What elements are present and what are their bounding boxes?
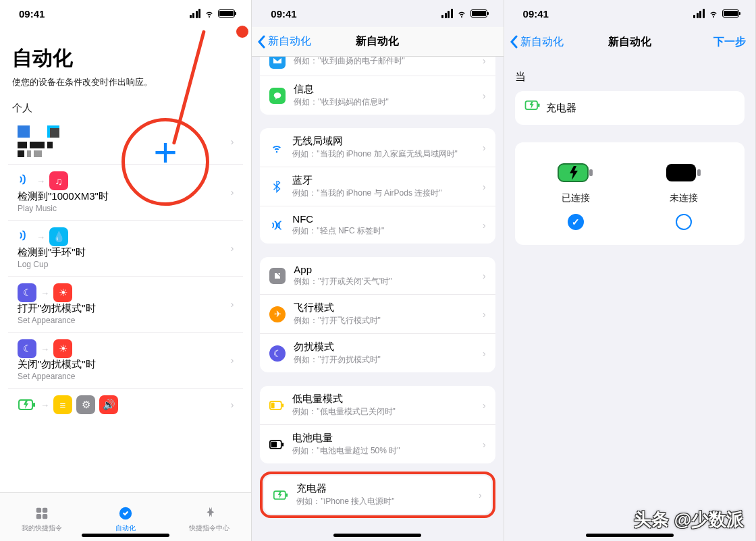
nav-title: 新自动化 <box>356 34 399 49</box>
wifi-icon <box>708 8 719 19</box>
chevron-icon: › <box>231 299 234 310</box>
home-indicator <box>333 534 421 537</box>
battery-level-icon <box>269 437 284 452</box>
row-title: 低电量模式 <box>292 393 485 405</box>
svg-rect-3 <box>43 507 47 512</box>
trigger-row-message[interactable]: 信息例如："收到妈妈的信息时" › <box>260 76 495 115</box>
svg-rect-15 <box>286 493 288 496</box>
svg-rect-5 <box>43 513 47 518</box>
trigger-row-nfc[interactable]: NFC例如："轻点 NFC 标签时" › <box>260 206 495 244</box>
when-label: 当 <box>515 70 745 84</box>
trigger-row-bluetooth[interactable]: 蓝牙例如："当我的 iPhone 与 AirPods 连接时" › <box>260 167 495 206</box>
svg-rect-20 <box>666 164 696 181</box>
trigger-row-batterylevel[interactable]: 电池电量例如："电池电量超过 50% 时" › <box>260 424 495 463</box>
trigger-row-airplane[interactable]: ✈ 飞行模式例如："打开飞行模式时" › <box>260 294 495 333</box>
radio-unchecked[interactable] <box>676 214 692 230</box>
svg-rect-19 <box>589 169 593 176</box>
row-sub: 例如："打开或关闭'天气'时" <box>294 276 485 287</box>
option-label: 未连接 <box>670 192 698 204</box>
row-title: 电池电量 <box>292 432 485 445</box>
dnd-icon: ☾ <box>269 345 286 362</box>
music-icon: ♫ <box>49 171 68 190</box>
phone-automation-list: 09:41 自动化 使您的设备在条件改变时作出响应。 个人 + › <box>0 0 252 541</box>
nav-bar: 新自动化 新自动化 下一步 <box>504 27 755 57</box>
automation-item[interactable]: ☾ → ☀ 关闭"勿扰模式"时 Set Appearance › <box>8 332 243 388</box>
row-sub: 例如："电池电量超过 50% 时" <box>292 445 485 457</box>
radio-checked[interactable] <box>568 214 584 230</box>
trigger-row-mail[interactable]: 例如："收到曲扬的电子邮件时" › <box>260 57 495 76</box>
arrow-icon: → <box>36 176 45 186</box>
phone-charger-config: 09:41 新自动化 新自动化 下一步 当 充电器 <box>504 0 756 541</box>
tab-bar: 我的快捷指令 自动化 快捷指令中心 <box>0 492 251 541</box>
item-sub: Set Appearance <box>18 316 234 325</box>
status-time: 09:41 <box>19 8 45 20</box>
appearance-icon: ☀ <box>53 339 72 358</box>
item-title: 关闭"勿扰模式"时 <box>18 358 234 371</box>
row-sub: 例如："当我的 iPhone 与 AirPods 连接时" <box>292 188 485 199</box>
row-title: 飞行模式 <box>294 302 485 314</box>
chevron-icon: › <box>231 243 234 254</box>
next-button[interactable]: 下一步 <box>713 35 746 49</box>
card-label: 充电器 <box>546 102 576 115</box>
row-sub: 例如："低电量模式已关闭时" <box>292 406 485 418</box>
arrow-icon: → <box>40 344 49 354</box>
chevron-icon: › <box>483 348 486 359</box>
chevron-icon: › <box>231 399 234 410</box>
svg-point-7 <box>274 92 281 98</box>
row-sub: 例如："当我的 iPhone 加入家庭无线局域网时" <box>292 148 485 160</box>
svg-rect-9 <box>282 403 284 407</box>
svg-rect-1 <box>33 403 35 407</box>
annotation-circle <box>122 118 209 206</box>
nfc-icon <box>269 218 284 233</box>
row-sub: 例如："轻点 NFC 标签时" <box>292 225 485 237</box>
option-connected[interactable]: 已连接 <box>522 163 630 230</box>
appearance-icon: ☀ <box>53 283 72 302</box>
tab-label: 快捷指令中心 <box>189 523 230 533</box>
trigger-row-charger[interactable]: 充电器例如："iPhone 接入电源时" › <box>264 476 491 514</box>
wifi-icon <box>204 8 215 19</box>
row-title: 蓝牙 <box>292 174 485 187</box>
automation-item[interactable]: → 💧 检测到"手环"时 Log Cup › <box>8 220 243 276</box>
trigger-card: 充电器 <box>515 91 745 125</box>
wifi-icon <box>269 140 284 155</box>
svg-rect-2 <box>36 507 41 512</box>
lowpower-icon <box>269 398 284 413</box>
arrow-icon: → <box>36 232 45 242</box>
arrow-icon: → <box>40 400 49 410</box>
shortcuts-icon <box>33 505 51 522</box>
item-title: 打开"勿扰模式"时 <box>18 302 234 315</box>
tab-label: 自动化 <box>115 523 136 533</box>
trigger-row-app[interactable]: App例如："打开或关闭'天气'时" › <box>260 257 495 294</box>
chevron-icon: › <box>483 220 486 231</box>
row-sub: 例如："打开飞行模式时" <box>294 315 485 326</box>
gallery-icon <box>200 505 218 522</box>
app-icon <box>269 268 286 284</box>
battery-connected-icon <box>557 163 595 183</box>
item-title: 检测到"手环"时 <box>18 246 234 259</box>
svg-rect-4 <box>36 513 41 518</box>
trigger-row-dnd[interactable]: ☾ 勿扰模式例如："打开勿扰模式时" › <box>260 333 495 372</box>
trigger-list[interactable]: 例如："收到曲扬的电子邮件时" › 信息例如："收到妈妈的信息时" › 无线局域… <box>252 57 503 541</box>
row-title: 信息 <box>294 83 485 96</box>
item-sub: Play Music <box>18 204 234 213</box>
automation-item[interactable]: → ≡ ⚙ 🔊 › <box>8 388 243 421</box>
back-button[interactable]: 新自动化 <box>510 35 564 49</box>
option-disconnected[interactable]: 未连接 <box>630 163 738 230</box>
back-button[interactable]: 新自动化 <box>257 34 311 49</box>
status-icons <box>190 8 236 19</box>
row-sub: 例如："收到妈妈的信息时" <box>294 96 485 108</box>
phone-new-automation-list: 09:41 新自动化 新自动化 例如："收到曲扬的电子邮件时" › 信息例如："… <box>252 0 504 541</box>
row-title: 充电器 <box>296 482 481 495</box>
status-icons <box>441 8 487 19</box>
tab-gallery[interactable]: 快捷指令中心 <box>167 493 251 541</box>
battery-disconnected-icon <box>665 163 703 183</box>
signal-icon <box>441 9 453 18</box>
watermark: 头条 @少数派 <box>634 508 744 532</box>
chevron-icon: › <box>483 142 486 153</box>
trigger-row-wifi[interactable]: 无线局域网例如："当我的 iPhone 加入家庭无线局域网时" › <box>260 128 495 167</box>
automation-item[interactable]: ☾ → ☀ 打开"勿扰模式"时 Set Appearance › <box>8 276 243 332</box>
tab-shortcuts[interactable]: 我的快捷指令 <box>0 493 84 541</box>
arrow-icon: → <box>40 288 49 298</box>
trigger-row-lowpower[interactable]: 低电量模式例如："低电量模式已关闭时" › <box>260 386 495 424</box>
nav-bar: 新自动化 新自动化 <box>252 27 503 57</box>
